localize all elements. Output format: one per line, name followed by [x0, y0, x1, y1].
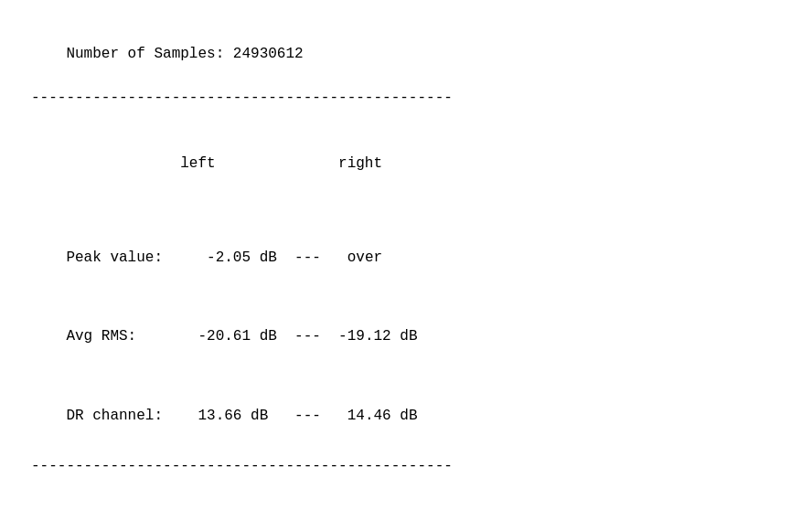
peak-right: over: [347, 249, 382, 266]
header-separator: ----------------------------------------…: [31, 87, 781, 109]
avg-rms-right: -19.12 dB: [338, 328, 417, 345]
avg-rms-label: Avg RMS:: [66, 328, 136, 345]
peak-left: -2.05 dB: [207, 249, 277, 266]
dr-channel-row: DR channel: 13.66 dB --- 14.46 dB: [31, 377, 781, 455]
avg-rms-separator: ---: [294, 328, 321, 345]
samples-label: Number of Samples:: [66, 46, 224, 62]
samples-line: Number of Samples: 24930612: [31, 21, 781, 87]
statistics-line: Statistics for: 01 So What.wav: [31, 0, 781, 21]
right-column-label: right: [338, 155, 382, 172]
columns-header: left right: [31, 131, 781, 196]
avg-rms-row: Avg RMS: -20.61 dB --- -19.12 dB: [31, 297, 781, 376]
dr-channel-label: DR channel:: [66, 408, 163, 424]
dr-channel-right: 14.46 dB: [347, 408, 418, 424]
peak-label: Peak value:: [66, 249, 163, 266]
official-dr-line: Official DR value: DR14: [31, 499, 781, 520]
avg-rms-left: -20.61 dB: [198, 328, 276, 345]
left-column-label: left: [180, 155, 215, 172]
dr-channel-separator: ---: [294, 408, 321, 424]
peak-separator: ---: [294, 249, 321, 266]
report-container: ----------------------------------------…: [31, 0, 781, 520]
peak-value-row: Peak value: -2.05 dB --- over: [31, 218, 781, 297]
dr-channel-left: 13.66 dB: [198, 408, 268, 424]
data-separator: ----------------------------------------…: [31, 455, 781, 477]
samples-value: 24930612: [233, 46, 304, 62]
